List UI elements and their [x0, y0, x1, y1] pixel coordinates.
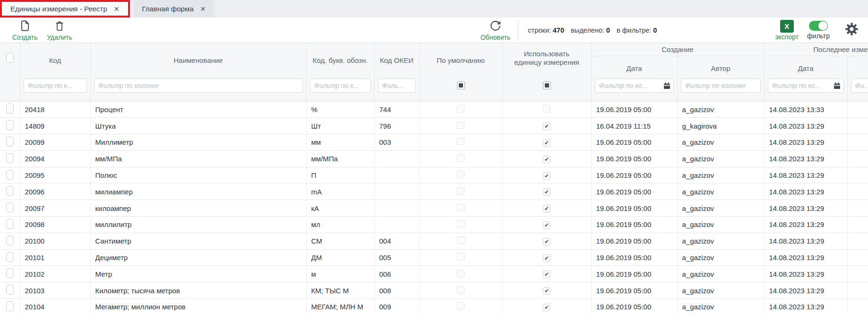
row-select-checkbox[interactable] [6, 301, 14, 311]
use-unit-checkbox[interactable]: ✔ [543, 304, 550, 311]
use-unit-checkbox[interactable]: ✔ [543, 205, 550, 212]
use-unit-checkbox[interactable] [543, 105, 550, 113]
use-unit-checkbox[interactable]: ✔ [543, 287, 550, 295]
default-checkbox[interactable] [457, 122, 464, 129]
row-select-checkbox[interactable] [6, 104, 14, 114]
table-row[interactable]: 20104 Мегаметр; миллион метров МЕГАМ; МЛ… [0, 299, 868, 315]
tab-units-registry[interactable]: Единицы измерения - Реестр ✕ [0, 0, 130, 18]
table-row[interactable]: 20098 миллилитр мл ✔ 19.06.2019 05:00 a_… [0, 217, 868, 233]
default-checkbox[interactable] [457, 204, 464, 211]
row-select-checkbox[interactable] [6, 202, 14, 212]
refresh-button[interactable]: Обновить [481, 20, 510, 41]
default-checkbox[interactable] [457, 187, 464, 195]
table-row[interactable]: 20099 Миллиметр мм 003 ✔ 19.06.2019 05:0… [0, 134, 868, 151]
use-unit-checkbox[interactable]: ✔ [543, 221, 550, 229]
use-unit-checkbox[interactable]: ✔ [543, 271, 550, 278]
cell-created-author: a_gazizov [677, 266, 764, 282]
row-select-checkbox[interactable] [6, 170, 14, 180]
default-checkbox[interactable] [457, 253, 464, 261]
table-row[interactable]: 20097 килоампер кА ✔ 19.06.2019 05:00 a_… [0, 200, 868, 217]
calendar-icon[interactable] [663, 82, 670, 91]
cell-code: 20096 [20, 184, 90, 200]
cell-code: 20418 [20, 101, 90, 118]
table-row[interactable]: 20102 Метр м 006 ✔ 19.06.2019 05:00 a_ga… [0, 266, 868, 282]
use-unit-checkbox[interactable]: ✔ [543, 188, 550, 196]
letter-code-filter-input[interactable] [310, 79, 371, 93]
created-date-filter-input[interactable] [595, 79, 674, 93]
column-header-name[interactable]: Наименование [90, 43, 306, 77]
code-filter-input[interactable] [24, 79, 87, 93]
row-select-checkbox[interactable] [6, 153, 14, 163]
default-checkbox[interactable] [457, 302, 464, 310]
column-header-created-author[interactable]: Автор [677, 56, 764, 77]
cell-code: 20098 [20, 217, 90, 233]
table-row[interactable]: 20094 мм/МПа мм/МПа ✔ 19.06.2019 05:00 a… [0, 150, 868, 167]
default-checkbox[interactable] [457, 236, 464, 244]
table-row[interactable]: 14809 Штука Шт 796 ✔ 16.04.2019 11:15 g_… [0, 118, 868, 134]
table-row[interactable]: 20096 милиампер mA ✔ 19.06.2019 05:00 a_… [0, 184, 868, 200]
row-select-checkbox[interactable] [6, 285, 14, 295]
row-select-checkbox[interactable] [6, 186, 14, 196]
cell-letter-code: м [306, 266, 374, 282]
column-header-use-unit[interactable]: Использовать единицу измерения [502, 43, 591, 77]
table-row[interactable]: 20101 Дециметр ДМ 005 ✔ 19.06.2019 05:00… [0, 249, 868, 266]
cell-created-date: 19.06.2019 05:00 [591, 266, 677, 282]
column-header-code[interactable]: Код [20, 43, 90, 77]
table-row[interactable]: 20095 Полюс П ✔ 19.06.2019 05:00 a_gaziz… [0, 167, 868, 184]
cell-okei-code: 009 [374, 299, 419, 315]
use-unit-checkbox[interactable]: ✔ [543, 254, 550, 262]
cell-letter-code: мл [306, 217, 374, 233]
select-all-header [0, 43, 20, 77]
settings-button[interactable] [845, 22, 859, 38]
column-header-letter-code[interactable]: Код. букв. обозн. [306, 43, 374, 77]
cell-partial [847, 184, 868, 200]
row-select-checkbox[interactable] [6, 252, 14, 262]
table-row[interactable]: 20100 Сантиметр СМ 004 ✔ 19.06.2019 05:0… [0, 233, 868, 249]
partial-filter-input[interactable] [851, 79, 868, 93]
cell-letter-code: МЕГАМ; МЛН М [306, 299, 374, 315]
cell-name: Метр [90, 266, 306, 282]
default-checkbox[interactable] [457, 154, 464, 162]
okei-filter-input[interactable] [378, 79, 416, 93]
row-select-checkbox[interactable] [6, 219, 14, 229]
create-button[interactable]: Создать [12, 20, 37, 41]
use-unit-filter-checkbox[interactable] [543, 81, 551, 89]
cell-okei-code: 005 [374, 249, 419, 266]
name-filter-input[interactable] [94, 79, 303, 93]
created-author-filter-input[interactable] [681, 79, 761, 93]
table-row[interactable]: 20103 Километр; тысяча метров КМ; ТЫС М … [0, 282, 868, 299]
delete-button[interactable]: Удалить [47, 20, 72, 41]
close-icon[interactable]: ✕ [200, 5, 206, 13]
use-unit-checkbox[interactable]: ✔ [543, 172, 550, 180]
row-select-checkbox[interactable] [6, 137, 14, 147]
use-unit-checkbox[interactable]: ✔ [543, 139, 550, 147]
export-button[interactable]: X экспорт [775, 20, 799, 41]
default-checkbox[interactable] [457, 270, 464, 277]
default-checkbox[interactable] [457, 171, 464, 178]
use-unit-checkbox[interactable]: ✔ [543, 156, 550, 163]
table-row[interactable]: 20418 Процент % 744 19.06.2019 05:00 a_g… [0, 101, 868, 118]
modified-date-filter-input[interactable] [768, 79, 844, 93]
use-unit-checkbox[interactable]: ✔ [543, 238, 550, 245]
default-checkbox[interactable] [457, 105, 464, 113]
close-icon[interactable]: ✕ [114, 5, 120, 13]
cell-name: Дециметр [90, 249, 306, 266]
default-checkbox[interactable] [457, 286, 464, 294]
use-unit-checkbox[interactable]: ✔ [543, 122, 550, 130]
select-all-checkbox[interactable] [6, 53, 14, 63]
filter-toggle[interactable]: фильтр [807, 21, 830, 40]
calendar-icon[interactable] [834, 82, 841, 91]
cell-code: 20102 [20, 266, 90, 282]
column-header-modified-date[interactable]: Дата [764, 56, 847, 77]
row-select-checkbox[interactable] [6, 268, 14, 278]
column-header-default[interactable]: По умолчанию [419, 43, 502, 77]
default-filter-checkbox[interactable] [457, 81, 465, 89]
default-checkbox[interactable] [457, 138, 464, 145]
default-checkbox[interactable] [457, 220, 464, 228]
column-header-okei[interactable]: Код ОКЕИ [374, 43, 419, 77]
tab-main-form[interactable]: Главная форма ✕ [134, 0, 215, 18]
row-select-checkbox[interactable] [6, 236, 14, 245]
column-header-created-date[interactable]: Дата [591, 56, 677, 77]
toggle-on-icon[interactable] [809, 21, 828, 31]
row-select-checkbox[interactable] [6, 120, 14, 130]
